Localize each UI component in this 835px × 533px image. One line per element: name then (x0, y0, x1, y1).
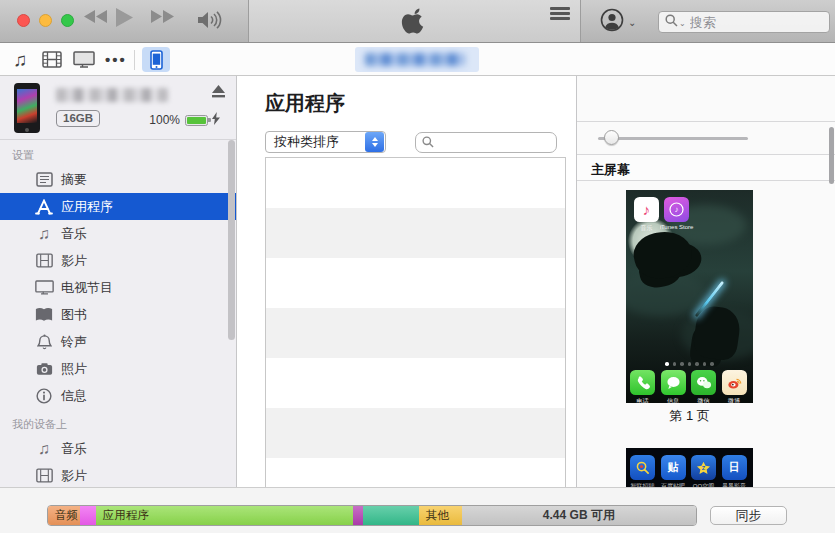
film-icon (34, 467, 54, 485)
user-avatar-icon (600, 8, 624, 36)
minimize-window-button[interactable] (39, 14, 52, 27)
more-media-button[interactable]: ••• (102, 47, 130, 72)
device-capacity-badge: 16GB (56, 110, 100, 127)
music-icon: ♫ (34, 440, 54, 458)
page-dots (626, 362, 753, 366)
sidebar-item-铃声[interactable]: 铃声 (0, 328, 236, 355)
app-list-row[interactable] (266, 408, 565, 458)
appstore-icon (34, 198, 54, 216)
music-icon: ♫ (34, 225, 54, 243)
sidebar-section-label: 设置 (0, 140, 236, 166)
sidebar-item-应用程序[interactable]: 应用程序 (0, 193, 236, 220)
play-button[interactable] (116, 8, 133, 27)
apps-pane: 应用程序 按种类排序 (237, 76, 576, 487)
fast-forward-button[interactable] (150, 10, 174, 23)
device-sidebar: 16GB 100% 设置摘要应用程序♫音乐影片电视节目图书铃声照片信息我的设备上… (0, 76, 237, 487)
app-label: 信息 (656, 397, 690, 403)
sidebar-item-电视节目[interactable]: 电视节目 (0, 274, 236, 301)
svg-text:♪: ♪ (675, 205, 679, 214)
app-list-row[interactable] (266, 308, 565, 358)
app-weibo-icon (722, 370, 747, 395)
search-input[interactable] (690, 15, 810, 30)
app-list-row[interactable] (266, 358, 565, 408)
sidebar-item-信息[interactable]: 信息 (0, 382, 236, 409)
sidebar-section-label: 我的设备上 (0, 409, 236, 435)
charging-bolt-icon (212, 111, 220, 129)
sidebar-item-音乐[interactable]: ♫音乐 (0, 435, 236, 462)
music-library-button[interactable]: ♫ (6, 47, 34, 72)
eject-device-button[interactable] (211, 85, 226, 101)
zoom-slider-knob[interactable] (604, 130, 619, 145)
sidebar-item-音乐[interactable]: ♫音乐 (0, 220, 236, 247)
sidebar-scrollbar[interactable] (228, 140, 235, 340)
home-screen-page1-preview[interactable]: ♪音乐♪iTunes Store 电话信息微信微博 (626, 190, 753, 403)
device-name-redacted[interactable] (355, 47, 479, 72)
apple-logo-icon (400, 7, 428, 39)
app-list-row[interactable] (266, 458, 565, 487)
tv-icon (34, 279, 54, 297)
app-label: 电话 (626, 397, 660, 403)
app-zhilian-icon (630, 455, 655, 480)
page-title: 应用程序 (265, 90, 345, 117)
capacity-segment-label: 音频 (48, 508, 78, 523)
sort-dropdown-value: 按种类排序 (266, 133, 365, 151)
sort-dropdown[interactable]: 按种类排序 (265, 131, 386, 153)
movies-library-button[interactable] (38, 47, 66, 72)
sidebar-item-label: 音乐 (61, 225, 87, 243)
app-phone-icon (630, 370, 655, 395)
apps-list-table[interactable] (265, 157, 566, 487)
itunes-window: ⌄ ⌄ ♫ ••• 16 (0, 0, 835, 533)
book-icon (34, 306, 54, 324)
search-icon (422, 134, 434, 152)
sidebar-item-影片[interactable]: 影片 (0, 462, 236, 487)
sidebar-item-label: 图书 (61, 306, 87, 324)
app-label: 微博 (717, 397, 751, 403)
panel-scrollbar[interactable] (829, 127, 834, 184)
battery-status: 100% (149, 111, 220, 129)
app-qzone-icon: Z (691, 455, 716, 480)
zoom-slider-strip (577, 122, 835, 155)
close-window-button[interactable] (17, 14, 30, 27)
sidebar-item-label: 影片 (61, 252, 87, 270)
film-icon (42, 51, 62, 68)
sidebar-item-label: 铃声 (61, 333, 87, 351)
tv-shows-library-button[interactable] (70, 47, 98, 72)
redaction-blur (365, 53, 465, 66)
apps-search-field[interactable] (415, 132, 557, 153)
panel-header-label: 主屏幕 (591, 161, 630, 179)
lcd-display (248, 0, 581, 42)
apps-search-input[interactable] (434, 136, 544, 150)
volume-icon[interactable] (198, 11, 224, 29)
device-header: 16GB 100% (0, 76, 236, 140)
bell-icon (34, 333, 54, 351)
ellipsis-icon: ••• (105, 51, 127, 68)
panel-header: 主屏幕 (577, 155, 835, 181)
app-itunes-icon: ♪ (664, 197, 689, 222)
sidebar-item-影片[interactable]: 影片 (0, 247, 236, 274)
app-label: 微信 (687, 397, 721, 403)
sidebar-item-照片[interactable]: 照片 (0, 355, 236, 382)
zoom-window-button[interactable] (61, 14, 74, 27)
capacity-segment-label: 应用程序 (96, 508, 149, 523)
sidebar-item-摘要[interactable]: 摘要 (0, 166, 236, 193)
sync-button[interactable]: 同步 (710, 506, 787, 525)
capacity-segment (353, 506, 363, 525)
zoom-slider-track[interactable] (598, 137, 748, 140)
app-messages-icon (661, 370, 686, 395)
sidebar-item-label: 照片 (61, 360, 87, 378)
app-list-row[interactable] (266, 258, 565, 308)
app-list-row[interactable] (266, 158, 565, 208)
capacity-segment-4.44 GB 可用: 4.44 GB 可用 (462, 506, 696, 525)
battery-percent-label: 100% (149, 113, 180, 127)
account-menu[interactable]: ⌄ (600, 8, 636, 36)
device-name-redacted-sidebar (56, 88, 168, 102)
sidebar-item-图书[interactable]: 图书 (0, 301, 236, 328)
home-screen-page2-preview[interactable]: 智联招聘贴百度贴吧ZQQ空间日暴风影音 (626, 448, 753, 487)
device-thumbnail (14, 83, 40, 133)
app-label: 音乐 (630, 224, 664, 233)
up-next-icon[interactable] (550, 7, 570, 20)
app-list-row[interactable] (266, 208, 565, 258)
rewind-button[interactable] (84, 10, 108, 23)
device-button-iphone[interactable] (142, 47, 170, 72)
global-search-field[interactable]: ⌄ (658, 11, 830, 33)
